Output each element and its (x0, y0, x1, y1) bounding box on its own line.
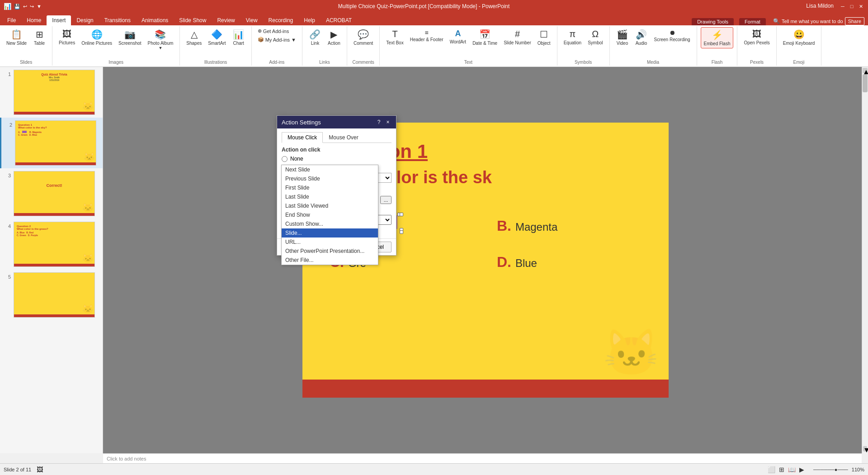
dd-item-slide[interactable]: Slide... (282, 228, 378, 238)
dd-item-custom-show[interactable]: Custom Show... (282, 219, 378, 228)
dd-item-next-slide[interactable]: Next Slide (282, 165, 378, 174)
radio-none-row: None (282, 156, 392, 162)
dd-item-first-slide[interactable]: First Slide (282, 183, 378, 192)
action-on-click-label: Action on click (282, 147, 392, 153)
dialog-tab-mouseover[interactable]: Mouse Over (323, 132, 364, 143)
dd-item-other-ppt[interactable]: Other PowerPoint Presentation... (282, 247, 378, 256)
dd-item-url[interactable]: URL... (282, 238, 378, 247)
radio-none-label: None (290, 156, 303, 162)
dd-item-other-file[interactable]: Other File... (282, 256, 378, 265)
dialog-title-icons: ? × (375, 119, 392, 126)
radio-none[interactable] (282, 156, 288, 162)
dialog-close-btn[interactable]: × (384, 119, 392, 126)
dialog-tab-mouseclick[interactable]: Mouse Click (282, 132, 323, 143)
dialog-overlay: Action Settings ? × Mouse Click Mouse Ov… (0, 0, 868, 475)
run-program-browse-btn[interactable]: ... (380, 196, 392, 204)
hyperlink-dropdown-list: Next Slide Previous Slide First Slide La… (281, 165, 378, 265)
dd-item-previous-slide[interactable]: Previous Slide (282, 174, 378, 183)
dialog-titlebar: Action Settings ? × (277, 116, 396, 128)
dd-item-last-slide[interactable]: Last Slide (282, 192, 378, 201)
dd-item-end-show[interactable]: End Show (282, 210, 378, 219)
dd-item-last-slide-viewed[interactable]: Last Slide Viewed (282, 201, 378, 210)
dialog-tabs: Mouse Click Mouse Over (282, 132, 392, 143)
dialog-help-btn[interactable]: ? (375, 119, 382, 126)
dialog-title: Action Settings (282, 119, 321, 126)
